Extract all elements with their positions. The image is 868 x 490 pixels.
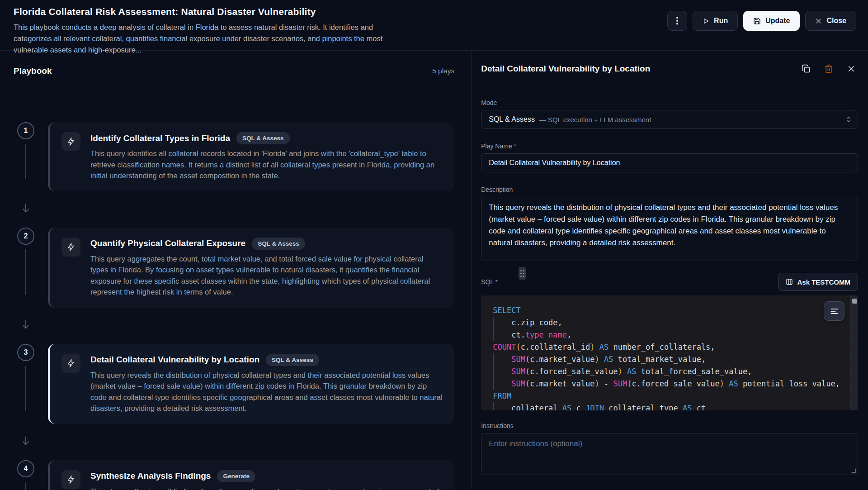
description-label: Description: [481, 186, 858, 193]
play-number: 3: [24, 348, 28, 357]
chevron-up-down-icon: [845, 116, 852, 123]
play-step: 1 Identify Collateral Types in Florida S…: [17, 122, 454, 191]
close-button-label: Close: [826, 17, 846, 25]
arrow-down-icon: [17, 436, 34, 447]
bolt-icon: [61, 238, 80, 257]
play-rail: 2: [17, 228, 34, 308]
bolt-icon: [61, 354, 80, 373]
play-number-circle: 3: [17, 344, 34, 361]
delete-play-button[interactable]: [822, 62, 835, 76]
play-connector-line: [25, 144, 26, 179]
description-textarea[interactable]: This query reveals the distribution of p…: [481, 197, 858, 261]
play-connector-line: [25, 482, 26, 490]
play-mode-badge: SQL & Assess: [252, 238, 305, 250]
play-number-circle: 4: [17, 460, 34, 477]
sql-code: SELECT c.zip_code, ct.type_name,COUNT(c.…: [481, 295, 858, 410]
play-description: This step synthesizes all findings from …: [90, 486, 443, 490]
close-icon: [815, 18, 822, 24]
play-rail: 1: [17, 122, 34, 191]
play-mode-badge: Generate: [217, 470, 255, 482]
bolt-icon: [61, 470, 80, 489]
play-card[interactable]: Identify Collateral Types in Florida SQL…: [48, 122, 454, 191]
arrow-down-icon: [17, 203, 34, 214]
sql-header-row: SQL * Ask TESTCOMM: [481, 273, 858, 291]
play-card-body: Detail Collateral Vulnerability by Locat…: [90, 354, 443, 414]
play-card[interactable]: Quantify Physical Collateral Exposure SQ…: [48, 228, 454, 308]
play-title: Detail Collateral Vulnerability by Locat…: [90, 355, 259, 365]
run-button-label: Run: [714, 17, 728, 25]
mode-label: Mode: [481, 99, 858, 106]
editor-scrollbar-thumb[interactable]: [852, 299, 857, 304]
play-rail: 3: [17, 344, 34, 424]
plays-count: 5 plays: [432, 67, 454, 75]
close-button[interactable]: Close: [805, 11, 856, 31]
columns-icon: [786, 278, 793, 285]
detail-header-actions: [799, 62, 858, 76]
detail-title: Detail Collateral Vulnerability by Locat…: [481, 64, 650, 74]
play-icon: [703, 18, 709, 24]
format-sql-button[interactable]: [824, 301, 844, 321]
ask-testcomm-button[interactable]: Ask TESTCOMM: [778, 273, 858, 291]
play-mode-badge: SQL & Assess: [236, 132, 290, 144]
playbook-panel-header: Playbook 5 plays: [0, 51, 472, 86]
more-options-button[interactable]: [667, 11, 687, 31]
play-title: Synthesize Analysis Findings: [90, 471, 211, 481]
play-description: This query reveals the distribution of p…: [90, 370, 443, 414]
play-detail-panel: Detail Collateral Vulnerability by Locat…: [472, 51, 868, 490]
play-step: 3 Detail Collateral Vulnerability by Loc…: [17, 344, 454, 424]
update-button-label: Update: [765, 17, 790, 25]
mode-hint: — SQL execution + LLM assessment: [539, 116, 651, 124]
play-number-circle: 2: [17, 228, 34, 245]
instructions-textarea[interactable]: [481, 433, 858, 475]
play-number: 2: [24, 232, 28, 240]
play-card-body: Identify Collateral Types in Florida SQL…: [90, 132, 443, 181]
top-bar-titles: Florida Collateral Risk Assessment: Natu…: [14, 6, 411, 56]
play-rail: 4: [17, 460, 34, 490]
run-button[interactable]: Run: [693, 11, 738, 31]
play-card-body: Synthesize Analysis Findings Generate Th…: [90, 470, 443, 490]
ask-testcomm-label: Ask TESTCOMM: [797, 278, 850, 286]
mode-value: SQL & Assess: [489, 115, 535, 124]
mode-select[interactable]: SQL & Assess — SQL execution + LLM asses…: [481, 110, 858, 129]
editor-ruler: [850, 295, 851, 410]
save-icon: [753, 17, 761, 25]
play-name-input[interactable]: [481, 153, 858, 172]
play-name-label: Play Name *: [481, 143, 858, 150]
play-connector-line: [25, 366, 26, 411]
editor-scrollbar[interactable]: [851, 295, 858, 410]
close-detail-button[interactable]: [844, 62, 858, 76]
play-card-body: Quantify Physical Collateral Exposure SQ…: [90, 238, 443, 298]
copy-icon: [802, 64, 811, 73]
close-icon: [847, 65, 855, 73]
detail-header: Detail Collateral Vulnerability by Locat…: [472, 51, 868, 87]
play-title: Identify Collateral Types in Florida: [90, 133, 230, 143]
play-number-circle: 1: [17, 122, 34, 139]
top-bar: Florida Collateral Risk Assessment: Natu…: [0, 0, 868, 51]
play-card[interactable]: Synthesize Analysis Findings Generate Th…: [48, 460, 454, 490]
kebab-menu-icon: [674, 16, 681, 25]
playbook-panel: Playbook 5 plays 1 Identify Collateral T…: [0, 51, 472, 490]
main-area: Playbook 5 plays 1 Identify Collateral T…: [0, 51, 868, 490]
duplicate-play-button[interactable]: [799, 62, 813, 76]
page-title: Florida Collateral Risk Assessment: Natu…: [14, 6, 411, 17]
play-card[interactable]: Detail Collateral Vulnerability by Locat…: [48, 344, 454, 424]
play-description: This query aggregates the count, total m…: [90, 253, 443, 298]
play-step: 2 Quantify Physical Collateral Exposure …: [17, 228, 454, 308]
bolt-icon: [61, 132, 80, 151]
format-lines-icon: [830, 308, 838, 314]
trash-icon: [824, 64, 833, 73]
play-mode-badge: SQL & Assess: [266, 354, 319, 366]
detail-body: Mode SQL & Assess — SQL execution + LLM …: [472, 87, 868, 490]
play-description: This query identifies all collateral rec…: [90, 148, 443, 181]
sql-code-editor[interactable]: SELECT c.zip_code, ct.type_name,COUNT(c.…: [481, 295, 858, 410]
play-step: 4 Synthesize Analysis Findings Generate …: [17, 460, 454, 490]
panel-resize-handle[interactable]: [519, 267, 526, 280]
sql-label: SQL *: [481, 278, 498, 285]
plays-list: 1 Identify Collateral Types in Florida S…: [0, 86, 472, 490]
play-number: 1: [24, 127, 28, 135]
instructions-label: Instructions: [481, 422, 858, 429]
update-button[interactable]: Update: [743, 11, 800, 31]
top-bar-actions: Run Update Close: [667, 6, 856, 31]
playbook-title: Playbook: [14, 66, 52, 76]
play-title: Quantify Physical Collateral Exposure: [90, 238, 245, 248]
